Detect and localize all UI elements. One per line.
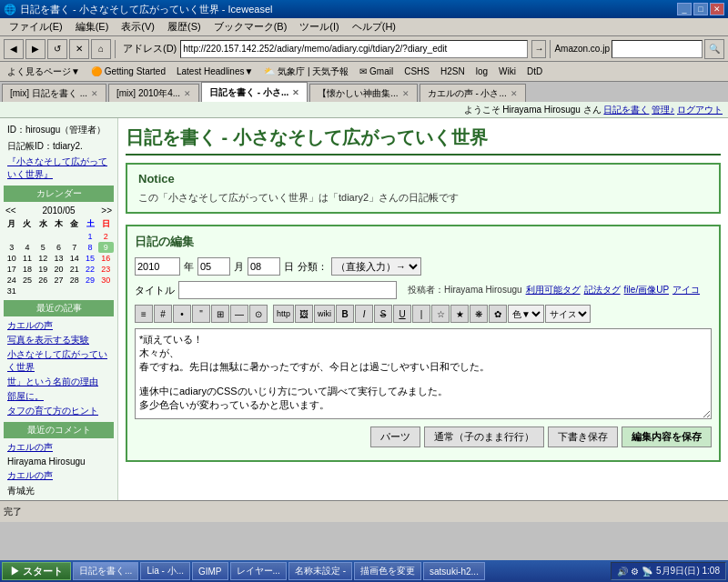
bookmark-common[interactable]: よく見るページ▼ (4, 65, 84, 79)
author-line: 投稿者：Hirayama Hirosugu (408, 284, 522, 296)
bookmark-dtd[interactable]: DtD (523, 65, 546, 77)
draft-save-button[interactable]: 下書き保存 (548, 426, 618, 447)
comment-1[interactable]: カエルの声 (4, 468, 114, 483)
diary-link[interactable]: 日記を書く (603, 104, 649, 116)
menu-tools[interactable]: ツール(I) (294, 18, 344, 35)
taskbar-item-2[interactable]: GIMP (192, 562, 228, 580)
search-button[interactable]: 🔍 (704, 39, 724, 59)
tb-italic[interactable]: I (355, 305, 373, 323)
tb-http[interactable]: http (273, 305, 294, 323)
reload-button[interactable]: ↺ (47, 39, 67, 59)
back-button[interactable]: ◀ (4, 39, 24, 59)
tab-0[interactable]: [mix] 日記を書く ... ✕ (2, 84, 106, 102)
recent-item-4[interactable]: 部屋に。 (4, 389, 114, 404)
taskbar-item-0[interactable]: 日記を書く... (73, 562, 138, 580)
sidebar: ID：hirosugu（管理者） 日記帳ID：tdiary2. 『小さなそして広… (0, 118, 118, 500)
tb-blockquote[interactable]: " (192, 305, 210, 323)
category-select[interactable]: （直接入力）→ (331, 257, 421, 276)
parts-button[interactable]: パーツ (370, 426, 420, 447)
month-input[interactable] (197, 257, 230, 276)
tb-ol[interactable]: # (154, 305, 172, 323)
taskbar-item-5[interactable]: 描画色を変更 (354, 562, 421, 580)
size-select[interactable]: サイズ▼ (545, 305, 591, 323)
logout-link[interactable]: ログアウト (677, 104, 723, 116)
cal-next[interactable]: >> (101, 206, 112, 216)
recent-item-2[interactable]: 小さなそして広がっていく世界 (4, 347, 114, 375)
taskbar-item-4[interactable]: 名称未設定 - (288, 562, 352, 580)
menu-file[interactable]: ファイル(E) (4, 18, 68, 35)
tb-hr[interactable]: — (230, 305, 248, 323)
bookmark-wiki[interactable]: Wiki (495, 65, 520, 77)
year-input[interactable] (135, 257, 180, 276)
go-button[interactable]: → (531, 40, 546, 58)
tb-center[interactable]: ⊙ (249, 305, 268, 323)
taskbar-item-3[interactable]: レイヤー... (230, 562, 287, 580)
tb-special1[interactable]: ☆ (431, 305, 450, 323)
tb-ul[interactable]: • (173, 305, 191, 323)
tb-bold[interactable]: B (336, 305, 354, 323)
home-button[interactable]: ⌂ (91, 39, 111, 59)
menu-view[interactable]: 表示(V) (116, 18, 160, 35)
tb-strike[interactable]: S (374, 305, 392, 323)
taskbar-item-6[interactable]: satsuki-h2... (423, 562, 485, 580)
tab-2-close[interactable]: ✕ (292, 88, 299, 97)
comment-2[interactable]: 写真を表示する実験 (4, 499, 114, 500)
link-icon[interactable]: アイコ (672, 284, 700, 296)
tb-pipe[interactable]: | (412, 305, 430, 323)
tb-underline[interactable]: U (393, 305, 411, 323)
tab-2[interactable]: 日記を書く - 小さ... ✕ (201, 82, 308, 102)
tab-4-close[interactable]: ✕ (511, 89, 518, 98)
content-textarea[interactable]: *頑えている！ 木々が、 春ですね。先日は無駄に暑かったですが、今日とは過ごしや… (135, 328, 712, 419)
tb-special4[interactable]: ✿ (489, 305, 507, 323)
link-tags[interactable]: 利用可能タグ (526, 284, 581, 296)
tb-wiki[interactable]: wiki (314, 305, 335, 323)
diary-name-link[interactable]: 『小さなそして広がっていく世界』 (4, 155, 114, 182)
tab-3-close[interactable]: ✕ (402, 89, 410, 98)
tb-indent[interactable]: ≡ (135, 305, 153, 323)
tab-1[interactable]: [mix] 2010年4... ✕ (108, 84, 199, 102)
mode-select-button[interactable]: 通常（子のまま行行） (424, 426, 544, 447)
menu-history[interactable]: 履歴(S) (162, 18, 207, 35)
tab-3[interactable]: 【懐かしい神曲集... ✕ (309, 84, 417, 102)
minimize-button[interactable]: _ (677, 3, 692, 15)
recent-item-5[interactable]: タフの育て方のヒント (4, 404, 114, 418)
tab-4[interactable]: カエルの声 - 小さ... ✕ (420, 84, 526, 102)
taskbar-item-1[interactable]: Lia - 小... (140, 562, 190, 580)
tb-special2[interactable]: ★ (450, 305, 469, 323)
comment-0[interactable]: カエルの声 (4, 440, 114, 455)
cal-prev[interactable]: << (5, 206, 16, 216)
close-button[interactable]: ✕ (710, 3, 724, 15)
link-file[interactable]: file/画像UP (624, 284, 669, 296)
tab-bar: [mix] 日記を書く ... ✕ [mix] 2010年4... ✕ 日記を書… (0, 82, 728, 102)
maximize-button[interactable]: □ (693, 3, 708, 15)
recent-item-3[interactable]: 世」という名前の理由 (4, 375, 114, 389)
address-input[interactable] (180, 40, 528, 58)
recent-item-1[interactable]: 写真を表示する実験 (4, 333, 114, 347)
admin-link[interactable]: 管理♪ (652, 104, 674, 116)
color-select[interactable]: 色▼ (508, 305, 544, 323)
tb-img[interactable]: 🖼 (295, 305, 313, 323)
menu-bookmarks[interactable]: ブックマーク(B) (208, 18, 293, 35)
bookmark-gmail[interactable]: ✉ Gmail (356, 65, 397, 77)
link-houtag[interactable]: 記法タグ (584, 284, 621, 296)
tb-table[interactable]: ⊞ (211, 305, 229, 323)
tab-1-close[interactable]: ✕ (184, 89, 191, 98)
bookmark-weather[interactable]: ⛅ 気象庁 | 天気予報 (260, 65, 352, 79)
day-input[interactable] (248, 257, 280, 276)
bookmark-cshs[interactable]: CSHS (400, 65, 433, 77)
bookmark-latest[interactable]: Latest Headlines▼ (173, 65, 257, 77)
stop-button[interactable]: ✕ (69, 39, 89, 59)
save-button[interactable]: 編集内容を保存 (622, 426, 712, 447)
start-button[interactable]: ▶ スタート (2, 562, 71, 580)
menu-edit[interactable]: 編集(E) (70, 18, 115, 35)
bookmark-getting-started[interactable]: 🟠 Getting Started (87, 65, 169, 77)
title-input[interactable] (178, 281, 397, 299)
search-input[interactable] (612, 40, 703, 58)
menu-help[interactable]: ヘルプ(H) (347, 18, 401, 35)
bookmark-h2sn[interactable]: H2SN (437, 65, 469, 77)
tab-0-close[interactable]: ✕ (91, 89, 98, 98)
forward-button[interactable]: ▶ (25, 39, 46, 59)
tb-special3[interactable]: ❋ (470, 305, 488, 323)
recent-item-0[interactable]: カエルの声 (4, 318, 114, 333)
bookmark-log[interactable]: log (472, 65, 491, 77)
